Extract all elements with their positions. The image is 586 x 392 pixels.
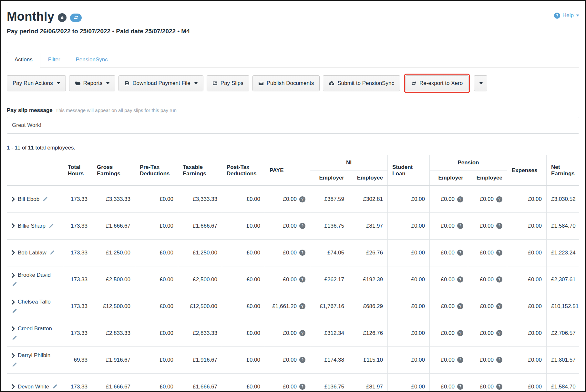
table-row: Creed Bratton 173.33 £2,833.33 £0.00 £2,… xyxy=(7,320,579,346)
employee-table-body: Bill Ebob 173.33 £3,333.33 £0.00 £3,333.… xyxy=(7,186,579,392)
pay-slips-button[interactable]: Pay Slips xyxy=(207,75,249,91)
help-circle-icon[interactable]: ? xyxy=(496,357,502,363)
help-circle-icon[interactable]: ? xyxy=(496,223,502,229)
cell-student-loan: £0.00 xyxy=(388,373,430,392)
help-circle-icon[interactable]: ? xyxy=(299,357,305,363)
employee-count-summary: 1 - 11 of 11 total employees. xyxy=(7,145,579,151)
chevron-right-icon xyxy=(12,384,15,389)
help-circle-icon[interactable]: ? xyxy=(299,223,305,229)
table-row: Chelsea Tallo 173.33 £12,500.00 £0.00 £1… xyxy=(7,293,579,320)
help-circle-icon[interactable]: ? xyxy=(299,250,305,256)
help-circle-icon[interactable]: ? xyxy=(457,330,463,336)
cell-paye: £0.00? xyxy=(265,186,310,212)
edit-pencil-icon[interactable] xyxy=(48,223,54,229)
help-circle-icon[interactable]: ? xyxy=(496,196,502,202)
help-circle-icon[interactable]: ? xyxy=(299,384,305,390)
col-group-pension: Pension xyxy=(430,155,507,170)
cell-gross-earnings: £1,666.67 xyxy=(92,212,135,239)
cell-expenses: £0.00 xyxy=(507,239,547,266)
cell-post-tax-deductions: £0.00 xyxy=(222,186,265,212)
download-payment-file-button[interactable]: Download Payment File xyxy=(118,75,203,91)
cell-pre-tax-deductions: £0.00 xyxy=(135,186,178,212)
help-circle-icon[interactable]: ? xyxy=(299,303,305,309)
payslip-message-input[interactable] xyxy=(7,117,579,134)
help-circle-icon[interactable]: ? xyxy=(457,303,463,309)
col-pension-employer: Employer xyxy=(430,170,468,186)
cell-total-hours: 173.33 xyxy=(63,239,92,266)
save-icon xyxy=(124,81,129,86)
tab-pensionsync[interactable]: PensionSync xyxy=(68,52,116,68)
cell-total-hours: 69.33 xyxy=(63,346,92,373)
col-employee xyxy=(7,155,63,186)
table-row: Devon White 173.33 £1,666.67 £0.00 £1,66… xyxy=(7,373,579,392)
edit-pencil-icon[interactable] xyxy=(52,384,57,389)
help-circle-icon[interactable]: ? xyxy=(299,196,305,202)
cell-student-loan: £0.00 xyxy=(388,266,430,293)
edit-pencil-icon[interactable] xyxy=(12,282,17,287)
tab-bar: Actions Filter PensionSync xyxy=(7,52,579,68)
help-circle-icon[interactable]: ? xyxy=(299,276,305,283)
help-circle-icon[interactable]: ? xyxy=(496,303,502,309)
employee-name: Brooke David xyxy=(18,272,51,278)
col-taxable-earnings: Taxable Earnings xyxy=(178,155,222,186)
help-circle-icon[interactable]: ? xyxy=(457,250,463,256)
employee-expand-cell[interactable]: Bob Lablaw xyxy=(7,239,63,266)
help-menu[interactable]: ? Help xyxy=(554,12,579,19)
cell-pension-employer: £0.00? xyxy=(430,212,468,239)
cell-ni-employer: £74.05 xyxy=(310,239,349,266)
reports-button[interactable]: Reports xyxy=(69,75,116,91)
help-circle-icon[interactable]: ? xyxy=(457,196,463,202)
cell-total-hours: 173.33 xyxy=(63,373,92,392)
cell-post-tax-deductions: £0.00 xyxy=(222,266,265,293)
toolbar-overflow-button[interactable] xyxy=(474,75,487,91)
cell-student-loan: £0.00 xyxy=(388,346,430,373)
edit-pencil-icon[interactable] xyxy=(42,196,48,202)
edit-pencil-icon[interactable] xyxy=(12,335,17,341)
employee-expand-cell[interactable]: Billie Sharp xyxy=(7,212,63,239)
help-circle-icon[interactable]: ? xyxy=(496,276,502,283)
edit-pencil-icon[interactable] xyxy=(12,308,17,314)
employee-expand-cell[interactable]: Darryl Philbin xyxy=(7,346,63,373)
cell-taxable-earnings: £12,500.00 xyxy=(178,293,222,320)
employee-expand-cell[interactable]: Chelsea Tallo xyxy=(7,293,63,320)
help-circle-icon[interactable]: ? xyxy=(496,384,502,390)
cell-total-hours: 173.33 xyxy=(63,320,92,346)
submit-to-pensionsync-button[interactable]: Submit to PensionSync xyxy=(323,75,400,91)
help-circle-icon[interactable]: ? xyxy=(457,223,463,229)
app-window: Monthly Pay period 26/06/2022 to 25/07/2… xyxy=(0,0,586,392)
chevron-right-icon xyxy=(12,223,15,228)
help-circle-icon[interactable]: ? xyxy=(496,250,502,256)
publish-documents-button[interactable]: Publish Documents xyxy=(252,75,320,91)
cell-ni-employer: £136.75 xyxy=(310,373,349,392)
cell-taxable-earnings: £2,500.00 xyxy=(178,266,222,293)
cell-pension-employee: £0.00? xyxy=(468,320,507,346)
caret-down-icon xyxy=(479,82,483,84)
help-circle-icon[interactable]: ? xyxy=(299,330,305,336)
employee-expand-cell[interactable]: Bill Ebob xyxy=(7,186,63,212)
cell-gross-earnings: £1,916.67 xyxy=(92,346,135,373)
cell-pension-employer: £0.00? xyxy=(430,239,468,266)
tab-filter[interactable]: Filter xyxy=(40,52,68,68)
help-circle-icon[interactable]: ? xyxy=(457,357,463,363)
employee-expand-cell[interactable]: Brooke David xyxy=(7,266,63,293)
help-circle-icon[interactable]: ? xyxy=(496,330,502,336)
table-row: Bill Ebob 173.33 £3,333.33 £0.00 £3,333.… xyxy=(7,186,579,212)
employee-name: Billie Sharp xyxy=(18,223,46,229)
cell-gross-earnings: £1,666.67 xyxy=(92,373,135,392)
re-export-to-xero-button[interactable]: Re-export to Xero xyxy=(406,75,468,91)
col-pension-employee: Employee xyxy=(468,170,507,186)
table-row: Darryl Philbin 69.33 £1,916.67 £0.00 £1,… xyxy=(7,346,579,373)
tab-actions[interactable]: Actions xyxy=(7,52,40,68)
edit-pencil-icon[interactable] xyxy=(49,250,55,255)
cell-total-hours: 173.33 xyxy=(63,186,92,212)
edit-pencil-icon[interactable] xyxy=(12,362,17,367)
help-circle-icon[interactable]: ? xyxy=(457,276,463,283)
help-circle-icon[interactable]: ? xyxy=(457,384,463,390)
cell-paye: £0.00? xyxy=(265,239,310,266)
cell-ni-employee: £302.81 xyxy=(349,186,388,212)
employee-expand-cell[interactable]: Devon White xyxy=(7,373,63,392)
cell-ni-employer: £387.59 xyxy=(310,186,349,212)
pay-run-actions-button[interactable]: Pay Run Actions xyxy=(7,75,66,91)
cell-gross-earnings: £2,500.00 xyxy=(92,266,135,293)
employee-expand-cell[interactable]: Creed Bratton xyxy=(7,320,63,346)
